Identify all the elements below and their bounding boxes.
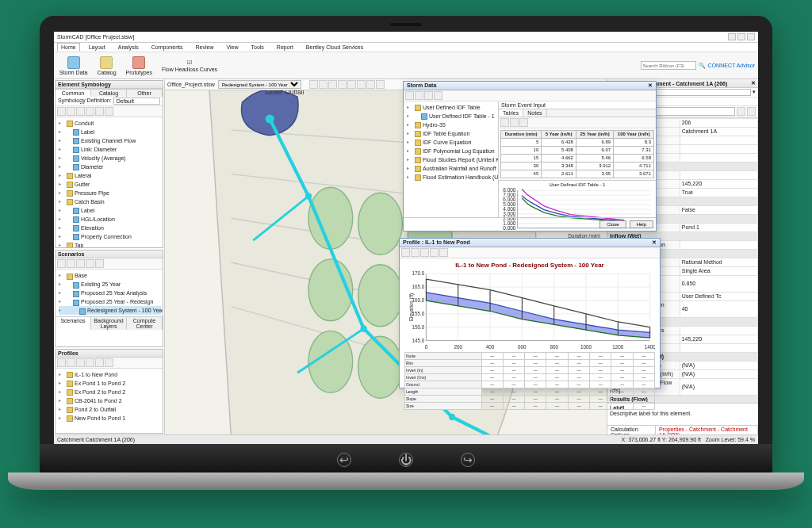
flow-headloss-button[interactable]: ☑Flow Headloss Curves [159, 59, 220, 73]
tree-item[interactable]: User Defined IDF Table - 1 [407, 112, 496, 121]
min-button[interactable] [728, 33, 736, 40]
tree-item[interactable]: IDF Curve Equation [407, 138, 496, 147]
tree-item[interactable]: Tap [59, 241, 161, 247]
storm-data-dialog[interactable]: Storm Data✕ User Defined IDF TableUser D… [403, 81, 657, 231]
map-tool-icon[interactable] [347, 80, 356, 89]
tree-item[interactable]: IDF Table Equation [407, 129, 496, 138]
tree-item[interactable]: Ex Pond 1 to Pond 2 [59, 379, 161, 388]
tool-icon[interactable] [411, 248, 419, 257]
tool-icon[interactable] [747, 107, 756, 116]
tool-icon[interactable] [510, 118, 519, 127]
tool-icon[interactable] [415, 91, 423, 100]
tree-item[interactable]: New Pond to Pond 1 [59, 414, 161, 423]
profile-dialog[interactable]: Profile : IL-1 to New Pond✕ IL-1 to New … [399, 238, 661, 388]
tree-item[interactable]: Existing 25 Year [59, 280, 161, 289]
tool-icon[interactable] [76, 107, 85, 116]
tree-item[interactable]: Base [59, 271, 161, 280]
tab-review[interactable]: Review [192, 43, 218, 52]
tool-icon[interactable] [401, 248, 410, 257]
tree-item[interactable]: User Defined IDF Table [407, 103, 496, 112]
map-tool-icon[interactable] [366, 80, 375, 89]
tab-home[interactable]: Home [57, 43, 80, 52]
tree-item[interactable]: Property Connection [59, 232, 161, 241]
tree-item[interactable]: Conduit [59, 119, 161, 128]
tab-layout[interactable]: Layout [85, 43, 109, 52]
symb-tab-catalog[interactable]: Catalog [91, 90, 127, 97]
storm-data-button[interactable]: Storm Data [57, 55, 90, 76]
scenarios-tree[interactable]: BaseExisting 25 YearProposed 25 Year Ana… [56, 270, 163, 316]
tool-icon[interactable] [86, 107, 94, 116]
tree-item[interactable]: Lateral [59, 171, 161, 180]
tab-report[interactable]: Report [273, 43, 297, 52]
tool-icon[interactable] [737, 107, 745, 116]
tree-item[interactable]: Flood Studies Report (United Kingdom) [407, 155, 496, 164]
tool-icon[interactable] [500, 118, 509, 127]
tree-item[interactable]: Label [59, 128, 161, 136]
tool-icon[interactable] [95, 259, 104, 268]
map-tool-icon[interactable] [319, 80, 327, 89]
tool-icon[interactable] [57, 107, 66, 116]
tool-icon[interactable] [95, 358, 104, 367]
tool-icon[interactable] [434, 91, 442, 100]
tree-item[interactable]: CB-2041 to Pond 2 [59, 396, 161, 405]
tree-item[interactable]: Flood Estimation Handbook (United Kingdo… [407, 173, 496, 182]
tree-item[interactable]: Proposed 25 Year Analysis [59, 289, 161, 297]
scenario-dropdown[interactable]: Redesigned System - 100 Year [218, 80, 301, 89]
tab-bentley-cloud[interactable]: Bentley Cloud Services [302, 43, 367, 52]
tool-icon[interactable] [405, 91, 414, 100]
tool-icon[interactable] [424, 91, 433, 100]
tree-item[interactable]: IL-1 to New Pond [59, 370, 161, 379]
symbology-tree[interactable]: ConduitLabelExisting Channel FlowLink: D… [56, 117, 163, 247]
prop-tab-props[interactable]: Properties - Catchment - Catchment 1A (2… [656, 426, 758, 434]
map-tool-icon[interactable] [309, 80, 318, 89]
map-tool-icon[interactable] [328, 80, 337, 89]
tool-icon[interactable] [76, 358, 85, 367]
tree-item[interactable]: HGL/Location [59, 215, 161, 224]
tool-icon[interactable] [105, 107, 113, 116]
tool-icon[interactable] [439, 248, 448, 257]
catalog-button[interactable]: Catalog [94, 55, 118, 76]
tree-item[interactable]: Australian Rainfall and Runoff (2019) [407, 164, 496, 173]
tool-icon[interactable] [105, 358, 113, 367]
max-button[interactable] [737, 33, 745, 40]
map-tool-icon[interactable] [338, 80, 347, 89]
tool-icon[interactable] [95, 107, 104, 116]
tree-item[interactable]: Existing Channel Flow [59, 136, 161, 145]
tool-icon[interactable] [519, 118, 528, 127]
map-tool-icon[interactable] [357, 80, 366, 89]
tree-item[interactable]: Pressure Pipe [59, 189, 161, 197]
tool-icon[interactable] [57, 358, 66, 367]
chevron-down-icon[interactable]: ▾ [753, 89, 756, 96]
storm-idf-table[interactable]: Duration (min)5 Year (in/h)25 Year (in/h… [500, 130, 654, 178]
tree-item[interactable]: Label [59, 206, 161, 215]
tree-item[interactable]: Link: Diameter [59, 145, 161, 154]
tool-icon[interactable] [67, 358, 75, 367]
tree-item[interactable]: Proposed 25 Year - Redesign [59, 297, 161, 306]
scen-tab-bg[interactable]: Background Layers [91, 317, 127, 330]
tree-item[interactable]: Catch Basin [59, 197, 161, 206]
symb-tab-common[interactable]: Common [56, 90, 91, 97]
tree-item[interactable]: Velocity (Average) [59, 154, 161, 163]
tool-icon[interactable] [430, 248, 439, 257]
tool-icon[interactable] [76, 259, 85, 268]
tree-item[interactable]: Hydro-35 [407, 121, 496, 129]
tree-item[interactable]: Ex Pond 2 to Pond 2 [59, 388, 161, 396]
tree-item[interactable]: IDF Polynomial Log Equation [407, 147, 496, 155]
tab-view[interactable]: View [222, 43, 242, 52]
prop-tab-calc[interactable]: Calculation Options [607, 426, 656, 434]
storm-tree[interactable]: User Defined IDF TableUser Defined IDF T… [404, 101, 498, 183]
close-icon[interactable]: ✕ [652, 239, 657, 246]
tree-item[interactable]: Gutter [59, 180, 161, 189]
search-icon[interactable]: 🔍 [699, 63, 706, 69]
tree-item[interactable]: Diameter [59, 163, 161, 171]
storm-tab-notes[interactable]: Notes [523, 109, 546, 117]
map-tool-icon[interactable] [376, 80, 385, 89]
tool-icon[interactable] [57, 259, 66, 268]
storm-tab-tables[interactable]: Tables [499, 109, 523, 117]
tree-item[interactable]: Pond 2 to Outfall [59, 405, 161, 414]
storm-close-button[interactable]: Close [599, 220, 626, 228]
tree-item[interactable]: Elevation [59, 224, 161, 232]
scen-tab-scenarios[interactable]: Scenarios [56, 317, 91, 330]
profiles-tree[interactable]: IL-1 to New PondEx Pond 1 to Pond 2Ex Po… [56, 369, 163, 424]
close-icon[interactable]: ✕ [648, 82, 653, 89]
